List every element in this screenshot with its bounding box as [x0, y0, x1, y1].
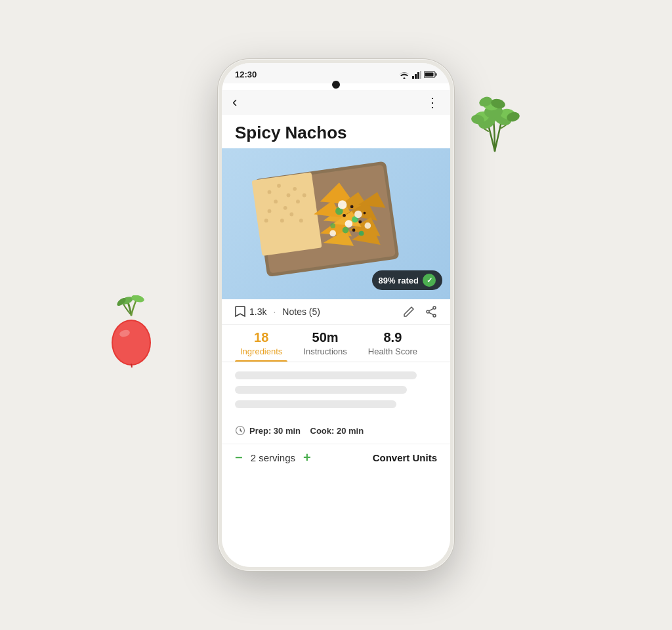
svg-point-58 — [365, 222, 371, 229]
notes-label: Notes (5) — [282, 306, 320, 317]
svg-rect-16 — [412, 76, 414, 79]
svg-rect-19 — [420, 71, 421, 79]
servings-controls: − 2 servings + — [235, 451, 373, 464]
camera-dot — [332, 81, 340, 89]
decorative-radish — [102, 295, 161, 368]
signal-icon — [412, 71, 421, 79]
svg-point-34 — [280, 219, 284, 222]
svg-point-30 — [284, 206, 287, 210]
bookmark-actions — [403, 306, 437, 318]
ingredient-line-2 — [235, 386, 407, 394]
svg-point-67 — [427, 310, 429, 313]
svg-point-29 — [274, 200, 278, 203]
decrease-servings-button[interactable]: − — [235, 451, 243, 464]
recipe-content: Spicy Nachos — [222, 115, 450, 567]
svg-point-61 — [350, 205, 354, 208]
svg-point-65 — [433, 306, 436, 309]
phone-screen: 12:30 — [222, 63, 450, 567]
rating-text: 89% rated — [379, 276, 419, 285]
rating-badge: 89% rated ✓ — [372, 270, 442, 290]
svg-point-1 — [131, 295, 145, 303]
recipe-title: Spicy Nachos — [222, 115, 450, 148]
health-score-label: Health Score — [368, 346, 417, 356]
svg-rect-18 — [417, 72, 419, 79]
ingredients-label: Ingredients — [240, 346, 282, 356]
decorative-herb — [462, 85, 528, 164]
status-time: 12:30 — [235, 70, 257, 79]
nav-bar: ‹ ⋮ — [222, 90, 450, 115]
tab-health-score[interactable]: 8.9 Health Score — [363, 330, 423, 362]
back-button[interactable]: ‹ — [232, 95, 237, 110]
recipe-image: 89% rated ✓ — [222, 148, 450, 299]
svg-point-35 — [289, 213, 293, 217]
cook-label: Cook: — [310, 426, 335, 436]
ingredients-count: 18 — [254, 330, 268, 345]
svg-point-59 — [329, 230, 336, 237]
svg-point-53 — [359, 231, 364, 236]
camera-area — [222, 81, 450, 89]
svg-point-28 — [287, 194, 291, 198]
tabs-row: 18 Ingredients 50m Instructions 8.9 Heal… — [222, 325, 450, 362]
phone-frame: 12:30 — [218, 59, 454, 571]
prep-time-text: Prep: 30 min Cook: 20 min — [249, 426, 364, 436]
instructions-label: Instructions — [303, 346, 346, 356]
svg-point-4 — [113, 321, 150, 364]
bookmark-row: 1.3k · Notes (5) — [222, 299, 450, 325]
share-icon[interactable] — [425, 306, 437, 318]
svg-rect-22 — [425, 73, 434, 77]
prep-label: Prep: — [249, 426, 271, 436]
more-menu-button[interactable]: ⋮ — [426, 96, 440, 109]
ingredient-line-3 — [235, 400, 396, 408]
separator: · — [273, 306, 276, 317]
svg-point-33 — [268, 209, 272, 213]
svg-point-31 — [293, 187, 297, 191]
edit-icon[interactable] — [403, 306, 415, 318]
svg-rect-21 — [436, 74, 437, 76]
instructions-count: 50m — [312, 330, 339, 345]
svg-point-57 — [345, 220, 353, 228]
svg-point-62 — [358, 220, 362, 224]
prep-time-value: 30 min — [274, 426, 301, 436]
svg-point-56 — [354, 211, 362, 219]
svg-point-60 — [343, 214, 346, 217]
servings-display: 2 servings — [251, 452, 295, 463]
status-icons — [399, 71, 437, 79]
active-tab-indicator — [235, 360, 287, 362]
bookmark-count: 1.3k — [249, 306, 266, 317]
svg-point-52 — [343, 227, 349, 234]
svg-point-66 — [433, 314, 436, 317]
svg-rect-25 — [252, 172, 322, 256]
servings-row: − 2 servings + Convert Units — [222, 444, 450, 471]
svg-point-55 — [338, 200, 347, 209]
svg-point-37 — [264, 219, 268, 222]
bookmark-info: 1.3k · Notes (5) — [235, 306, 403, 318]
svg-point-26 — [268, 190, 272, 194]
svg-point-54 — [330, 223, 335, 228]
svg-point-36 — [303, 194, 306, 198]
clock-icon — [235, 425, 245, 436]
svg-rect-17 — [415, 74, 417, 79]
time-row: Prep: 30 min Cook: 20 min — [222, 420, 450, 441]
wifi-icon — [399, 71, 410, 79]
battery-icon — [424, 71, 437, 78]
svg-point-64 — [364, 212, 366, 215]
bookmark-icon — [235, 306, 245, 318]
tab-ingredients[interactable]: 18 Ingredients — [235, 330, 287, 362]
cook-time-value: 20 min — [337, 426, 364, 436]
tab-instructions[interactable]: 50m Instructions — [298, 330, 352, 362]
convert-units-button[interactable]: Convert Units — [373, 452, 437, 463]
svg-point-32 — [296, 200, 300, 203]
ingredient-line-1 — [235, 371, 417, 379]
svg-point-63 — [352, 228, 356, 232]
rating-check-icon: ✓ — [423, 274, 436, 287]
ingredient-list-placeholder — [222, 362, 450, 420]
svg-point-38 — [299, 219, 303, 222]
health-score-value: 8.9 — [383, 330, 402, 345]
increase-servings-button[interactable]: + — [303, 451, 311, 464]
svg-point-27 — [277, 184, 281, 188]
